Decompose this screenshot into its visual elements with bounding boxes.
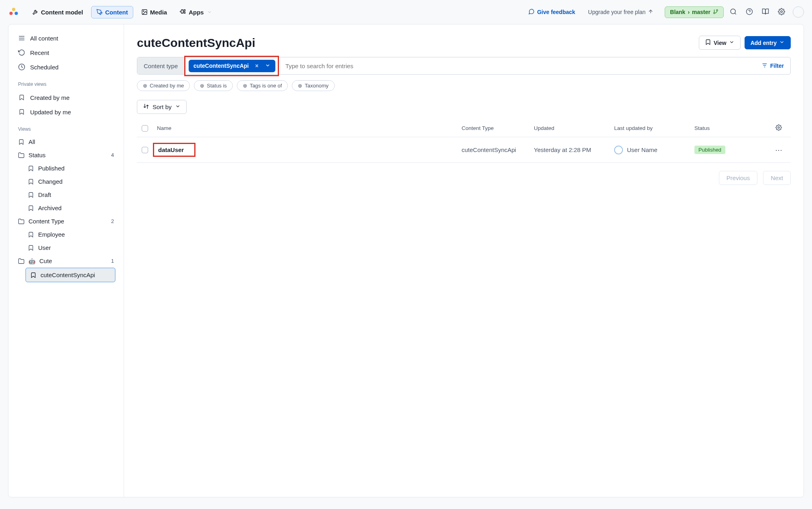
nav-label: Media [150,9,167,16]
main-content: cuteContentSyncApi View Add entry Conten… [124,24,804,497]
bookmark-icon [18,139,24,145]
tree-count: 4 [111,152,114,158]
view-ct-user[interactable]: User [8,241,124,254]
entry-name: dataUser [158,146,184,153]
chevron-down-icon[interactable] [265,63,271,69]
sort-by-button[interactable]: Sort by [137,100,187,114]
nav-content-model[interactable]: Content model [27,6,88,18]
sidebar-recent[interactable]: Recent [8,45,124,60]
view-status-changed[interactable]: Changed [8,175,124,188]
pen-icon [96,9,103,15]
folder-open-icon [18,152,24,158]
entry-updated-by: User Name [627,146,657,153]
filter-label: Filter [770,63,784,69]
col-content-type[interactable]: Content Type [462,125,534,131]
image-icon [141,9,148,15]
table-settings-button[interactable] [767,124,791,132]
search-button[interactable] [727,6,740,18]
svg-point-1 [9,12,12,15]
nav-media[interactable]: Media [136,6,172,18]
svg-point-9 [731,9,735,14]
sidebar-scheduled[interactable]: Scheduled [8,60,124,74]
svg-line-10 [735,13,736,14]
col-status[interactable]: Status [694,125,767,131]
chevron-right-icon: › [688,9,690,15]
view-content-type-folder[interactable]: Content Type 2 [8,215,124,228]
view-all[interactable]: All [8,135,124,148]
search-input[interactable] [279,57,755,74]
gear-icon [775,126,782,132]
upgrade-link[interactable]: Upgrade your free plan [582,9,659,16]
env-name-label: master [692,9,710,15]
view-cute-folder[interactable]: 🤖 Cute 1 [8,254,124,268]
list-icon [18,34,25,42]
view-status-archived[interactable]: Archived [8,201,124,215]
sidebar-item-label: Created by me [30,94,69,101]
bookmark-icon [28,165,34,172]
view-status-draft[interactable]: Draft [8,188,124,201]
history-icon [18,49,25,56]
give-feedback-link[interactable]: Give feedback [524,8,579,16]
tree-label: Draft [38,191,51,198]
book-icon [762,8,769,16]
tree-label: Archived [38,205,61,211]
tree-label: All [28,138,35,145]
pill-label: cuteContentSyncApi [193,63,249,69]
view-status-folder[interactable]: Status 4 [8,148,124,162]
sidebar-updated-by-me[interactable]: Updated by me [8,105,124,119]
view-ct-employee[interactable]: Employee [8,228,124,241]
col-updated[interactable]: Updated [534,125,614,131]
chip-taxonomy[interactable]: ⊕Taxonomy [292,80,334,91]
filter-button[interactable]: Filter [755,62,790,70]
nav-label: Content model [41,9,83,16]
tree-count: 1 [111,258,114,264]
tree-label: cuteContentSyncApi [41,272,95,278]
view-button[interactable]: View [699,36,741,50]
svg-point-2 [14,12,18,15]
col-name[interactable]: Name [157,125,462,131]
arrow-up-icon [648,9,653,16]
content-type-pill[interactable]: cuteContentSyncApi × [189,60,275,72]
chip-tags[interactable]: ⊕Tags is one of [237,80,288,91]
docs-button[interactable] [759,6,772,18]
chevron-down-icon [779,39,785,46]
chip-created-by-me[interactable]: ⊕Created by me [137,80,190,91]
col-updated-by[interactable]: Last updated by [614,125,694,131]
tree-label: Cute [39,258,52,264]
user-avatar[interactable] [793,6,804,18]
nav-content[interactable]: Content [91,6,133,18]
svg-point-13 [781,10,783,12]
next-button[interactable]: Next [763,171,791,185]
sidebar-all-content[interactable]: All content [8,31,124,45]
nav-apps[interactable]: Apps [175,6,218,18]
nav-label: Apps [189,9,204,16]
app-logo[interactable] [8,6,19,18]
status-badge: Published [694,146,725,154]
robot-icon: 🤖 [28,258,35,264]
chip-status-is[interactable]: ⊕Status is [194,80,233,91]
environment-selector[interactable]: Blank › master [665,6,724,18]
sidebar-item-label: Updated by me [30,109,71,116]
bookmark-icon [28,178,34,185]
view-status-published[interactable]: Published [8,162,124,175]
settings-button[interactable] [775,6,788,18]
add-entry-button[interactable]: Add entry [745,36,791,49]
tree-label: Changed [38,178,63,185]
select-all-checkbox[interactable] [142,125,148,132]
sidebar-created-by-me[interactable]: Created by me [8,90,124,105]
chevron-down-icon [206,9,213,15]
close-icon[interactable]: × [255,63,258,69]
chip-label: Status is [207,83,227,89]
upgrade-label: Upgrade your free plan [588,9,645,15]
bookmark-icon [28,192,34,198]
previous-button[interactable]: Previous [719,171,757,185]
table-row[interactable]: dataUser cuteContentSyncApi Yesterday at… [137,137,791,163]
row-actions-button[interactable]: ⋯ [767,146,791,154]
plus-icon: ⊕ [298,83,302,89]
page-title: cuteContentSyncApi [137,36,255,50]
bookmark-icon [705,39,711,47]
view-cute-ccsa[interactable]: cuteContentSyncApi [25,268,116,282]
chip-label: Taxonomy [305,83,328,89]
row-checkbox[interactable] [142,147,148,153]
help-button[interactable] [743,6,756,18]
